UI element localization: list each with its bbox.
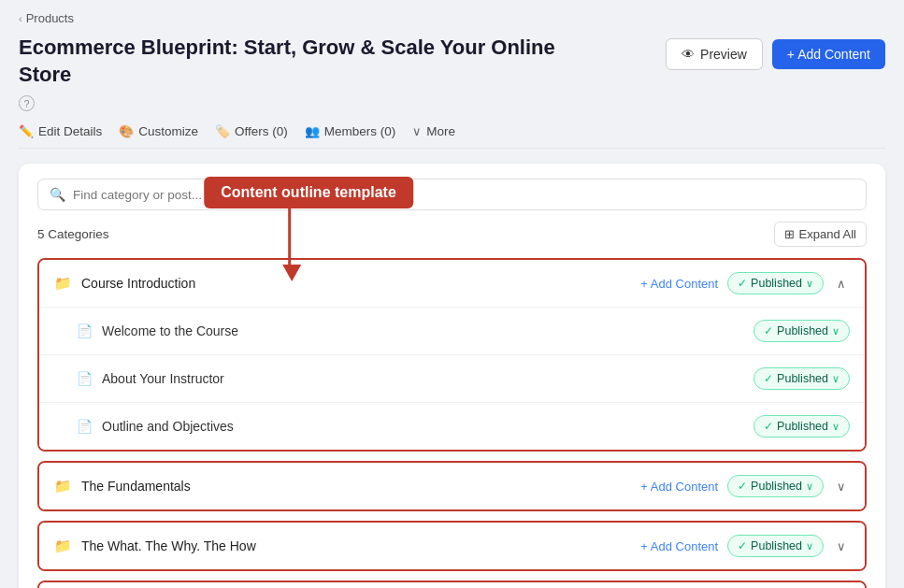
badge-chevron-2: ∨ (806, 480, 813, 493)
section-title-course-intro: Course Introduction (81, 276, 631, 291)
nav-tabs: ✏️ Edit Details 🎨 Customize 🏷️ Offers (0… (19, 124, 885, 149)
page-wrapper: ‹ Products Ecommerce Blueprint: Start, G… (0, 0, 904, 588)
eye-icon: 👁 (682, 47, 695, 62)
edit-icon: ✏️ (19, 124, 34, 138)
check-icon-instructor: ✓ (764, 372, 773, 385)
breadcrumb: ‹ Products (19, 11, 885, 25)
preview-button[interactable]: 👁 Preview (666, 38, 763, 70)
section-title-fundamentals: The Fundamentals (81, 479, 631, 494)
categories-row: 5 Categories ⊞ Expand All (37, 222, 867, 247)
add-content-button-2[interactable]: + Add Content (640, 480, 718, 494)
offers-icon: 🏷️ (215, 124, 230, 138)
published-badge-outline[interactable]: ✓ Published ∨ (753, 415, 850, 437)
breadcrumb-products-link[interactable]: Products (26, 11, 74, 25)
categories-count: 5 Categories (37, 227, 109, 241)
tab-offers[interactable]: 🏷️ Offers (0) (215, 124, 288, 138)
customize-icon: 🎨 (119, 124, 134, 138)
members-icon: 👥 (305, 124, 320, 138)
section-group-3: 📁 The What. The Why. The How + Add Conte… (37, 521, 867, 571)
check-icon-outline: ✓ (764, 420, 773, 433)
doc-icon-welcome: 📄 (77, 323, 93, 338)
sub-row-outline: 📄 Outline and Objectives ✓ Published ∨ (39, 403, 865, 450)
section-row-fundamentals: 📁 The Fundamentals + Add Content ✓ Publi… (39, 463, 865, 509)
published-badge-3[interactable]: ✓ Published ∨ (727, 535, 824, 557)
section-title-whatwhyhow: The What. The Why. The How (81, 538, 631, 553)
breadcrumb-chevron-icon: ‹ (19, 13, 22, 24)
published-badge-welcome[interactable]: ✓ Published ∨ (753, 320, 850, 342)
content-card: Content outline template 🔍 5 Categories … (19, 164, 885, 588)
page-title-area: Ecommerce Blueprint: Start, Grow & Scale… (19, 35, 580, 111)
preview-label: Preview (700, 47, 747, 62)
check-icon-welcome: ✓ (764, 324, 773, 337)
section-row-course-intro: 📁 Course Introduction + Add Content ✓ Pu… (39, 260, 865, 308)
check-icon-1: ✓ (738, 277, 747, 290)
sub-row-welcome: 📄 Welcome to the Course ✓ Published ∨ (39, 308, 865, 355)
sub-title-welcome: Welcome to the Course (102, 323, 744, 338)
tab-edit-details[interactable]: ✏️ Edit Details (19, 124, 102, 138)
collapse-button-1[interactable]: ∧ (833, 275, 850, 293)
tab-more-label: More (426, 124, 455, 138)
tab-edit-details-label: Edit Details (38, 124, 102, 138)
sub-title-instructor: About Your Instructor (102, 371, 744, 386)
folder-icon-3: 📁 (54, 538, 72, 554)
published-badge-2[interactable]: ✓ Published ∨ (727, 475, 824, 497)
expand-all-button[interactable]: ⊞ Expand All (774, 222, 867, 247)
badge-chevron-welcome: ∨ (832, 325, 839, 337)
section-group-2: 📁 The Fundamentals + Add Content ✓ Publi… (37, 461, 867, 511)
collapse-button-2[interactable]: ∨ (833, 478, 850, 495)
doc-icon-outline: 📄 (77, 419, 93, 434)
published-label-3: Published (751, 539, 802, 552)
tab-customize[interactable]: 🎨 Customize (119, 124, 198, 138)
tab-members-label: Members (0) (324, 124, 396, 138)
tab-members[interactable]: 👥 Members (0) (305, 124, 396, 138)
add-content-header-label: + Add Content (787, 47, 870, 62)
search-icon: 🔍 (50, 187, 65, 202)
search-box: 🔍 (37, 179, 867, 210)
badge-chevron-outline: ∨ (832, 421, 839, 433)
published-badge-1[interactable]: ✓ Published ∨ (727, 272, 824, 294)
page-title: Ecommerce Blueprint: Start, Grow & Scale… (19, 35, 580, 88)
tab-offers-label: Offers (0) (235, 124, 288, 138)
doc-icon-instructor: 📄 (77, 371, 93, 386)
add-content-header-button[interactable]: + Add Content (772, 39, 885, 69)
tab-customize-label: Customize (138, 124, 198, 138)
add-content-button-3[interactable]: + Add Content (640, 539, 718, 553)
collapse-button-3[interactable]: ∨ (833, 538, 850, 555)
published-label-2: Published (751, 480, 802, 493)
section-group-1: 📁 Course Introduction + Add Content ✓ Pu… (37, 258, 867, 452)
badge-chevron-1: ∨ (806, 278, 813, 290)
published-badge-instructor[interactable]: ✓ Published ∨ (753, 367, 850, 390)
sub-row-instructor: 📄 About Your Instructor ✓ Published ∨ (39, 355, 865, 403)
tab-more[interactable]: ∨ More (412, 124, 455, 138)
help-icon[interactable]: ? (19, 95, 35, 111)
published-label-outline: Published (777, 420, 828, 433)
badge-chevron-3: ∨ (806, 540, 813, 552)
badge-chevron-instructor: ∨ (832, 373, 839, 385)
check-icon-3: ✓ (738, 539, 747, 552)
check-icon-2: ✓ (738, 480, 747, 493)
search-row: 🔍 (37, 179, 867, 210)
add-content-button-1[interactable]: + Add Content (640, 277, 718, 291)
section-row-whatwhyhow: 📁 The What. The Why. The How + Add Conte… (39, 523, 865, 569)
published-label-welcome: Published (777, 324, 828, 337)
published-label-1: Published (751, 277, 802, 290)
expand-grid-icon: ⊞ (784, 227, 795, 241)
folder-icon-1: 📁 (54, 275, 72, 292)
header-actions: 👁 Preview + Add Content (666, 38, 885, 70)
more-chevron-icon: ∨ (412, 124, 422, 138)
section-group-4: 📁 Advanced Tips + Add Content ✓ Publishe… (37, 581, 867, 588)
folder-icon-2: 📁 (54, 478, 72, 495)
expand-all-label: Expand All (799, 227, 856, 241)
page-header: Ecommerce Blueprint: Start, Grow & Scale… (19, 35, 885, 111)
search-input[interactable] (73, 188, 854, 202)
section-row-advanced: 📁 Advanced Tips + Add Content ✓ Publishe… (39, 582, 865, 588)
sub-title-outline: Outline and Objectives (102, 419, 744, 434)
published-label-instructor: Published (777, 372, 828, 385)
